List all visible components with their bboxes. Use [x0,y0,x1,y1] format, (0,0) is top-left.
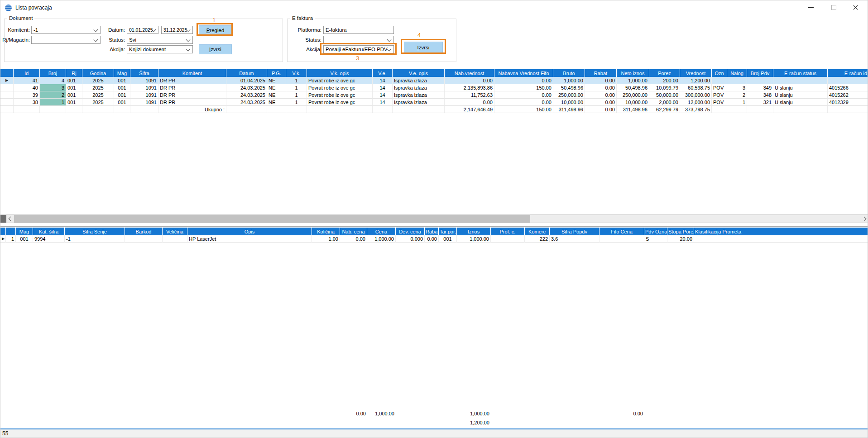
cell[interactable]: 2025 [82,84,114,91]
pregled-button[interactable]: Pregled [199,25,232,35]
cell[interactable]: Povrat robe iz ove gc [307,77,373,84]
column-header[interactable]: Mag [16,228,33,235]
cell[interactable]: 11,752.63 [445,91,494,99]
cell[interactable]: 0.00 [585,91,617,99]
column-header[interactable]: Vrednost [680,69,712,77]
cell[interactable]: NE [267,99,286,106]
documents-grid-row[interactable]: ▶41400120250011091DR PR01.04.2025NE1Povr… [0,77,868,84]
cell[interactable]: S [644,235,667,243]
cell[interactable]: 001 [114,84,130,91]
efaktura-akcija-combobox[interactable]: Posalji eFakturu/EEO PDV [323,45,394,53]
cell[interactable]: 40 [14,84,40,91]
cell[interactable]: 0.00 [445,77,494,84]
cell[interactable]: 38 [14,99,40,106]
cell[interactable]: 50,498.96 [553,84,585,91]
cell[interactable]: 2,135,893.86 [445,84,494,91]
scroll-left-button[interactable] [6,215,14,223]
column-header[interactable]: Id [14,69,40,77]
cell[interactable]: Povrat robe iz ove gc [307,91,373,99]
cell[interactable]: 24.03.2025 [226,91,267,99]
column-header[interactable]: Šifra [130,69,158,77]
cell[interactable]: 200.00 [649,77,680,84]
column-header[interactable]: Godina [82,69,114,77]
cell[interactable]: DR PR [158,99,226,106]
cell[interactable]: 1 [286,99,307,106]
cell[interactable]: 0.00 [445,99,494,106]
cell[interactable]: 001 [16,235,33,243]
column-header[interactable]: Porez [649,69,680,77]
column-header[interactable]: Opis [187,228,312,235]
cell[interactable] [747,77,773,84]
cell[interactable]: 1,000.00 [457,235,491,243]
column-header[interactable]: Iznos [457,228,491,235]
cell[interactable]: 10,000.00 [553,99,585,106]
cell[interactable] [491,235,525,243]
cell[interactable]: 2025 [82,99,114,106]
cell[interactable]: 24.03.2025 [226,99,267,106]
cell[interactable]: 0.00 [585,77,617,84]
cell[interactable]: 3 [727,84,747,91]
cell[interactable]: NE [267,77,286,84]
cell[interactable]: 2 [40,91,66,99]
cell[interactable] [727,77,747,84]
platforma-input[interactable]: E-faktura [323,26,394,34]
column-header[interactable]: Ozn [712,69,727,77]
close-button[interactable] [845,0,865,14]
cell[interactable]: 321 [747,99,773,106]
cell[interactable]: 2025 [82,91,114,99]
cell[interactable]: 39 [14,91,40,99]
cell[interactable]: 348 [747,91,773,99]
cell[interactable]: 4 [40,77,66,84]
column-header[interactable]: Pdv Oznaka [644,228,667,235]
cell[interactable]: 14 [373,84,393,91]
cell[interactable]: DR PR [158,84,226,91]
cell[interactable]: 0.00 [585,99,617,106]
cell[interactable]: 1 [286,84,307,91]
cell[interactable] [712,77,727,84]
cell[interactable]: POV [712,99,727,106]
maximize-button[interactable] [824,0,844,14]
cell[interactable]: 4015262 [828,91,868,99]
column-header[interactable]: Komitent [158,69,226,77]
cell[interactable]: 0.00 [494,91,553,99]
cell[interactable]: 001 [439,235,457,243]
cell[interactable]: 0.00 [585,84,617,91]
scroll-right-button[interactable] [861,215,868,223]
cell[interactable]: POV [712,84,727,91]
column-header[interactable]: Dev. cena [396,228,425,235]
cell[interactable]: 0.000 [396,235,425,243]
akcija-combobox[interactable]: Knjizi dokument [127,45,193,53]
cell[interactable]: 001 [66,84,82,91]
column-header[interactable]: Nalog [727,69,747,77]
cell[interactable]: 14 [373,99,393,106]
cell[interactable]: 1,000.00 [617,77,649,84]
cell[interactable]: Povrat robe iz ove gc [307,99,373,106]
cell[interactable]: 001 [114,99,130,106]
cell[interactable] [599,235,644,243]
cell[interactable]: DR PR [158,77,226,84]
cell[interactable]: 250,000.00 [617,91,649,99]
cell[interactable]: 60,598.75 [680,84,712,91]
column-header[interactable]: Datum [226,69,267,77]
column-header[interactable]: Prof. c. [491,228,525,235]
cell[interactable]: 41 [14,77,40,84]
rj-magacin-combobox[interactable] [31,36,101,44]
column-header[interactable]: Fifo Cena [599,228,644,235]
cell[interactable]: 2 [727,91,747,99]
cell[interactable]: 001 [114,77,130,84]
cell[interactable]: 1 [40,99,66,106]
column-header[interactable]: Rabat [585,69,617,77]
column-header[interactable]: Količina [312,228,340,235]
column-header[interactable]: Broj [40,69,66,77]
cell[interactable]: 1 [286,91,307,99]
cell[interactable]: 1 [286,77,307,84]
cell[interactable]: POV [712,91,727,99]
izvrsi-button[interactable]: Izvrsi [199,44,232,54]
cell[interactable]: 0.00 [425,235,439,243]
cell[interactable] [163,235,187,243]
cell[interactable]: 1091 [130,84,158,91]
minimize-button[interactable] [801,0,821,14]
cell[interactable]: Ispravka izlaza [393,91,445,99]
status-combobox[interactable]: Svi [127,36,193,44]
cell[interactable]: 1,000.00 [367,235,396,243]
